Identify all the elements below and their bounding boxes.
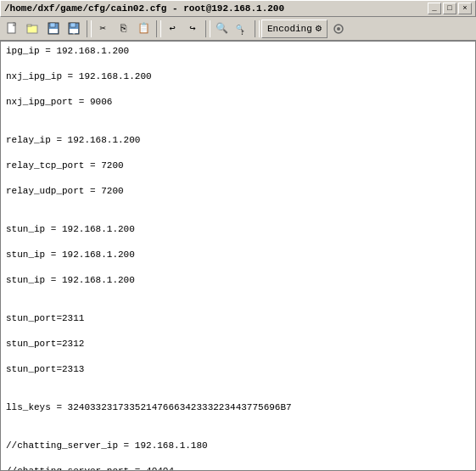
separator-4 (255, 20, 255, 37)
svg-rect-7 (70, 23, 76, 27)
content-area[interactable]: ipg_ip = 192.168.1.200 nxj_ipg_ip = 192.… (0, 41, 476, 471)
replace-button[interactable]: 🔍↕ (232, 20, 251, 38)
encoding-label: Encoding (267, 24, 312, 34)
title-bar: /home/dxf/game/cfg/cain02.cfg - root@192… (0, 0, 476, 17)
separator-1b (91, 20, 92, 37)
paste-button[interactable]: 📋 (134, 20, 153, 38)
new-file-button[interactable] (3, 20, 22, 38)
save-button[interactable] (44, 20, 63, 38)
title-bar-text: /home/dxf/game/cfg/cain02.cfg - root@192… (4, 3, 428, 14)
line-item: lls_keys = 32403323173352147666342333223… (6, 401, 470, 414)
separator-2b (160, 20, 161, 37)
svg-point-13 (337, 27, 340, 31)
close-button[interactable]: × (458, 3, 472, 14)
line-item: relay_tcp_port = 7200 (6, 160, 470, 172)
svg-text:+: + (72, 31, 76, 36)
cut-button[interactable]: ✂ (93, 20, 112, 38)
minimize-button[interactable]: _ (428, 3, 441, 14)
line-item: //chatting_server_port = 40404 (6, 465, 470, 471)
undo-button[interactable]: ↩ (163, 20, 182, 38)
line-item: relay_ip = 192.168.1.200 (6, 134, 470, 147)
settings-button[interactable] (329, 20, 348, 38)
line-item: relay_udp_port = 7200 (6, 185, 470, 198)
toolbar: + ✂ ⎘ 📋 ↩ ↪ 🔍 🔍↕ Encoding ⚙ (0, 17, 476, 41)
maximize-button[interactable]: □ (443, 3, 456, 14)
open-file-button[interactable] (24, 20, 42, 38)
encoding-button[interactable]: Encoding ⚙ (261, 20, 328, 38)
svg-rect-4 (50, 23, 55, 27)
line-item: stun_ip = 192.168.1.200 (6, 223, 470, 236)
line-item: stun_port=2313 (6, 363, 470, 376)
find-button[interactable]: 🔍 (212, 20, 231, 38)
gear-icon: ⚙ (316, 22, 322, 35)
separator-4b (259, 20, 260, 37)
copy-button[interactable]: ⎘ (114, 20, 132, 38)
line-item: nxj_ipg_ip = 192.168.1.200 (6, 70, 470, 83)
line-item: stun_ip = 192.168.1.200 (6, 249, 470, 261)
line-item: //chatting_server_ip = 192.168.1.180 (6, 440, 470, 452)
separator-3b (210, 20, 210, 37)
separator-2 (156, 20, 157, 37)
redo-button[interactable]: ↪ (183, 20, 202, 38)
svg-rect-5 (49, 29, 58, 33)
svg-text:↕: ↕ (240, 29, 244, 36)
line-item: stun_ip = 192.168.1.200 (6, 274, 470, 287)
separator-3 (205, 20, 206, 37)
title-bar-buttons: _ □ × (428, 3, 472, 14)
line-item: stun_port=2311 (6, 312, 470, 325)
svg-rect-2 (27, 25, 31, 26)
saveas-button[interactable]: + (64, 20, 83, 38)
line-item: nxj_ipg_port = 9006 (6, 96, 470, 109)
code-content: ipg_ip = 192.168.1.200 nxj_ipg_ip = 192.… (6, 45, 470, 471)
line-item: ipg_ip = 192.168.1.200 (6, 45, 470, 58)
line-item: stun_port=2312 (6, 338, 470, 350)
separator-1 (87, 20, 87, 37)
